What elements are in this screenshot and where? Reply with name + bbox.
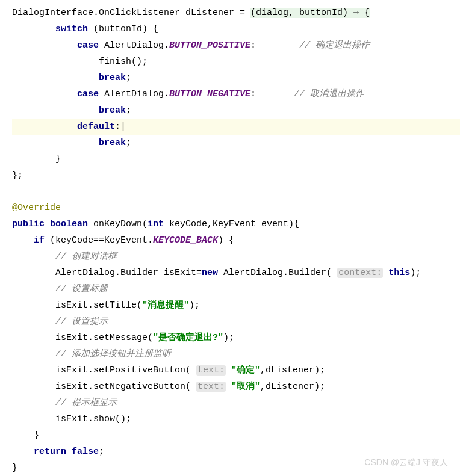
code-line: // 设置标题: [12, 281, 460, 297]
code-line: break;: [12, 102, 460, 119]
code-line: [12, 184, 460, 200]
code-line: }: [12, 151, 460, 167]
code-line: DialogInterface.OnClickListener dListene…: [12, 5, 460, 21]
code-line: // 设置提示: [12, 314, 460, 330]
parameter-hint: context:: [337, 268, 383, 278]
code-line: }: [12, 427, 460, 444]
code-line: @Override: [12, 200, 460, 216]
code-line: finish();: [12, 54, 460, 70]
code-line: // 创建对话框: [12, 249, 460, 265]
code-line: AlertDialog.Builder isExit=new AlertDial…: [12, 265, 460, 281]
code-line: case AlertDialog.BUTTON_POSITIVE: // 确定退…: [12, 37, 460, 54]
lambda-highlight: (dialog, buttonId) → {: [250, 8, 370, 18]
code-line: break;: [12, 70, 460, 86]
code-line: public boolean onKeyDown(int keyCode,Key…: [12, 216, 460, 232]
code-line: isExit.show();: [12, 411, 460, 427]
code-line: case AlertDialog.BUTTON_NEGATIVE: // 取消退…: [12, 86, 460, 102]
code-line: isExit.setMessage("是否确定退出?");: [12, 330, 460, 346]
code-line-active: default:|: [12, 119, 460, 135]
code-line: isExit.setPositiveButton( text: "确定",dLi…: [12, 362, 460, 379]
watermark: CSDN @云端J 守夜人: [364, 455, 448, 470]
code-line: break;: [12, 135, 460, 151]
parameter-hint: text:: [196, 365, 226, 376]
code-line: isExit.setTitle("消息提醒");: [12, 297, 460, 314]
text-cursor: |: [120, 122, 126, 132]
parameter-hint: text:: [196, 382, 226, 392]
code-line: isExit.setNegativeButton( text: "取消",dLi…: [12, 379, 460, 395]
code-line: switch (buttonId) {: [12, 21, 460, 37]
code-line: };: [12, 167, 460, 184]
code-line: // 添加选择按钮并注册监听: [12, 346, 460, 362]
code-line: // 提示框显示: [12, 395, 460, 411]
code-editor[interactable]: DialogInterface.OnClickListener dListene…: [12, 5, 460, 476]
code-line: if (keyCode==KeyEvent.KEYCODE_BACK) {: [12, 232, 460, 249]
